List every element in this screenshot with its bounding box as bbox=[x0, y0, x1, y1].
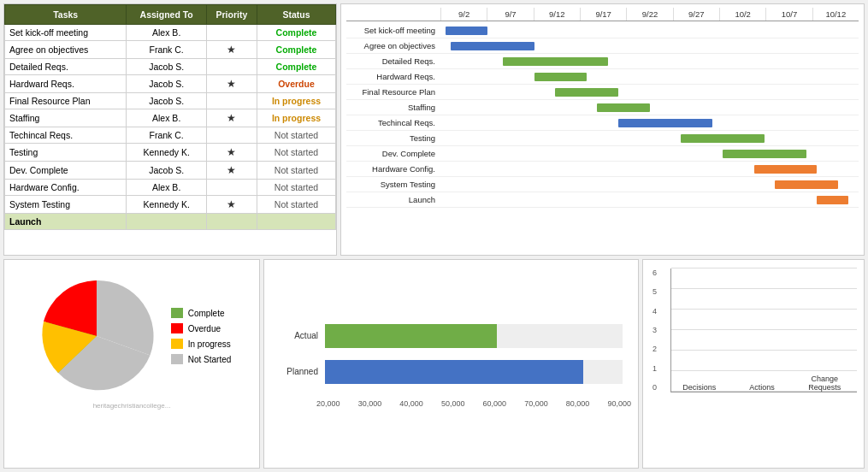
legend-item: Not Started bbox=[171, 354, 232, 364]
priority-star: ★ bbox=[206, 109, 257, 127]
y-axis-label: 4 bbox=[652, 307, 657, 316]
legend-label: Not Started bbox=[188, 355, 232, 364]
watermark: heritagechristiancollege... bbox=[93, 402, 171, 410]
gantt-date-label: 9/7 bbox=[487, 8, 533, 21]
gantt-row: Agree on objectives bbox=[346, 38, 859, 54]
table-row: Agree on objectives Frank C. ★ Complete bbox=[5, 41, 336, 59]
gantt-track bbox=[440, 25, 859, 37]
gantt-row: Techincal Reqs. bbox=[346, 115, 859, 131]
y-axis-label: 1 bbox=[652, 364, 657, 373]
gantt-bar bbox=[723, 150, 806, 158]
gantt-bar bbox=[451, 42, 534, 50]
status-cell: Not started bbox=[257, 196, 335, 214]
table-row: Hardware Config. Alex B. Not started bbox=[5, 180, 336, 196]
task-name: Techincal Reqs. bbox=[5, 127, 127, 144]
pie-chart-svg bbox=[32, 272, 161, 400]
priority-star: ★ bbox=[206, 196, 257, 214]
pending-bars: DecisionsActionsChange Requests bbox=[676, 268, 848, 392]
task-table: Tasks Assigned To Priority Status Set ki… bbox=[4, 4, 336, 230]
priority-star bbox=[206, 25, 257, 41]
gantt-dates: 9/29/79/129/179/229/2710/210/710/12 bbox=[440, 8, 859, 21]
gantt-row-label: Testing bbox=[346, 133, 440, 143]
budget-axis-label: 20,000 bbox=[316, 399, 340, 408]
col-header-tasks: Tasks bbox=[5, 5, 127, 25]
table-row: Launch bbox=[5, 214, 336, 230]
table-row: Detailed Reqs. Jacob S. Complete bbox=[5, 59, 336, 75]
gantt-row: Testing bbox=[346, 131, 859, 146]
budget-bar-track bbox=[325, 360, 623, 384]
assigned-to: Frank C. bbox=[127, 41, 206, 59]
gantt-track bbox=[440, 133, 859, 145]
assigned-to: Kennedy K. bbox=[127, 196, 206, 214]
legend-color-box bbox=[171, 354, 183, 364]
status-cell: Complete bbox=[257, 59, 335, 75]
assigned-to: Jacob S. bbox=[127, 93, 206, 109]
assigned-to: Alex B. bbox=[127, 109, 206, 127]
gantt-bar bbox=[817, 196, 848, 204]
gantt-container: 9/29/79/129/179/229/2710/210/710/12 Set … bbox=[340, 3, 865, 256]
table-row: Set kick-off meeting Alex B. Complete bbox=[5, 25, 336, 41]
gantt-date-label: 9/22 bbox=[626, 8, 672, 21]
legend-label: In progress bbox=[188, 339, 231, 349]
budget-axis-label: 60,000 bbox=[483, 399, 507, 408]
budget-bar-row: Planned bbox=[280, 360, 623, 384]
gantt-track bbox=[440, 56, 859, 68]
priority-star bbox=[206, 214, 257, 230]
task-name: System Testing bbox=[5, 196, 127, 214]
priority-star: ★ bbox=[206, 162, 257, 180]
pending-bar-group: Decisions bbox=[676, 381, 723, 392]
task-name: Launch bbox=[5, 214, 127, 230]
budget-axis-label: 90,000 bbox=[607, 399, 631, 408]
budget-bar-label: Actual bbox=[280, 331, 318, 340]
gantt-bar bbox=[618, 119, 712, 127]
gantt-bar bbox=[597, 103, 649, 112]
task-name: Dev. Complete bbox=[5, 162, 127, 180]
task-name: Hardward Reqs. bbox=[5, 75, 127, 93]
gantt-date-label: 9/12 bbox=[534, 8, 580, 21]
task-name: Hardware Config. bbox=[5, 180, 127, 196]
pending-bar-group: Change Requests bbox=[801, 372, 848, 392]
gantt-bar bbox=[681, 134, 765, 143]
gantt-row: Final Resource Plan bbox=[346, 85, 859, 100]
legend-label: Overdue bbox=[188, 324, 221, 333]
task-name: Testing bbox=[5, 144, 127, 162]
gantt-row-label: Detailed Reqs. bbox=[346, 56, 440, 66]
y-axis-label: 2 bbox=[652, 345, 657, 353]
priority-star: ★ bbox=[206, 144, 257, 162]
gantt-row: Hardward Reqs. bbox=[346, 69, 859, 85]
gantt-track bbox=[440, 194, 859, 206]
gantt-label-spacer bbox=[346, 8, 440, 21]
priority-star bbox=[206, 180, 257, 196]
pie-legend: CompleteOverdueIn progressNot Started bbox=[171, 308, 232, 364]
gantt-row: Set kick-off meeting bbox=[346, 23, 859, 38]
status-cell: Not started bbox=[257, 162, 335, 180]
status-cell: Not started bbox=[257, 180, 335, 196]
gantt-row: System Testing bbox=[346, 177, 859, 192]
pending-content: 0123456 DecisionsActionsChange Requests bbox=[650, 268, 857, 392]
gantt-track bbox=[440, 117, 859, 129]
assigned-to bbox=[127, 214, 206, 230]
gantt-row-label: Final Resource Plan bbox=[346, 87, 440, 97]
budget-content-wrap: Actual Planned 20,00030,00040,00050,0006… bbox=[271, 268, 631, 463]
assigned-to: Jacob S. bbox=[127, 162, 206, 180]
status-cell: Complete bbox=[257, 25, 335, 41]
assigned-to: Jacob S. bbox=[127, 59, 206, 75]
budget-bar-label: Planned bbox=[280, 367, 318, 376]
col-header-priority: Priority bbox=[206, 5, 257, 25]
pie-content: CompleteOverdueIn progressNot Started bbox=[32, 272, 232, 400]
status-cell: Overdue bbox=[257, 75, 335, 93]
legend-label: Complete bbox=[188, 309, 225, 318]
status-cell: In progress bbox=[257, 93, 335, 109]
gantt-date-label: 10/7 bbox=[765, 8, 812, 21]
gantt-row: Detailed Reqs. bbox=[346, 54, 859, 69]
legend-color-box bbox=[171, 339, 183, 349]
assigned-to: Alex B. bbox=[127, 180, 206, 196]
status-cell: Complete bbox=[257, 41, 335, 59]
y-axis-label: 0 bbox=[652, 383, 657, 392]
task-name: Agree on objectives bbox=[5, 41, 127, 59]
assigned-to: Jacob S. bbox=[127, 75, 206, 93]
gantt-track bbox=[440, 179, 859, 191]
gantt-row: Launch bbox=[346, 192, 859, 208]
budget-bar-fill bbox=[325, 360, 583, 384]
y-axis-label: 6 bbox=[652, 268, 657, 277]
